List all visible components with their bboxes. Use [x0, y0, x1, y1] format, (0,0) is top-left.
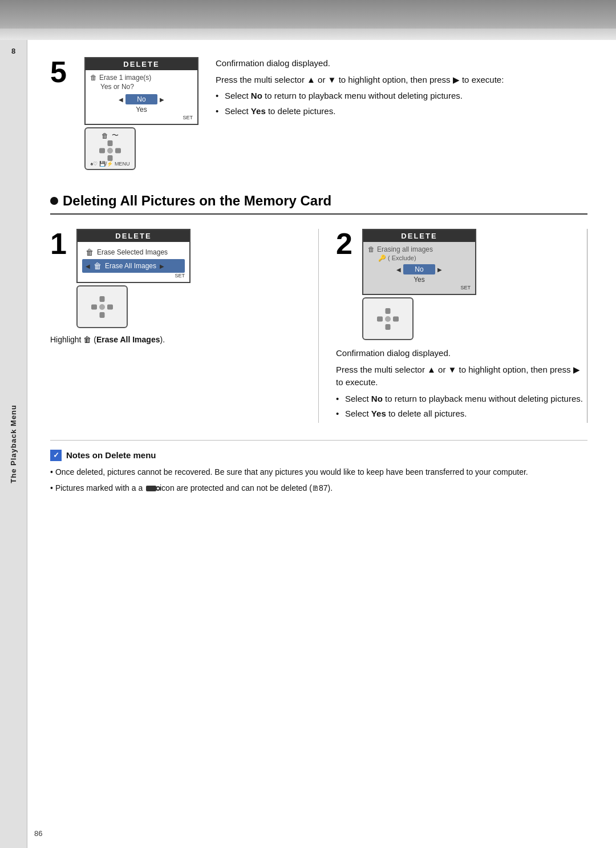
step1-dpad-center — [99, 304, 105, 310]
step1-screen-title: DELETE — [78, 230, 189, 242]
step1-dpad — [91, 296, 113, 318]
main-content: 5 DELETE 🗑 Erase 1 image(s) Yes or No? N… — [27, 40, 616, 520]
page-number: 86 — [34, 829, 42, 838]
step1-item1-text: Erase Selected Images — [97, 248, 168, 256]
step1-row: 1 DELETE 🗑 Erase Selected Images 🗑 — [50, 229, 301, 328]
step1-left-arrow — [86, 263, 90, 269]
step5-text-content: Confirmation dialog displayed. Press the… — [216, 57, 587, 120]
step2-delete-screen: DELETE 🗑 Erasing all images 🔑 ( Exclude) — [362, 229, 476, 295]
notes-ref-icon: 🖹 — [312, 484, 319, 492]
section-heading: Deleting All Pictures on the Memory Card — [50, 193, 587, 215]
notes-title: Notes on Delete menu — [66, 450, 156, 460]
step5-dpad-up — [108, 140, 113, 146]
step2-no-bold: No — [371, 394, 383, 403]
step2-dpad-left — [377, 316, 383, 321]
step5-up-tri: ▲ — [307, 75, 315, 84]
heading-text: Deleting All Pictures on the Memory Card — [63, 193, 331, 209]
step2-right-arrow — [437, 266, 442, 273]
step2-number: 2 — [336, 229, 353, 259]
sidebar: 8 The Playback Menu — [0, 40, 27, 848]
top-bar-gradient — [0, 29, 616, 40]
step5-question: Yes or No? — [100, 83, 193, 91]
step5-trash-icon: 🗑 — [90, 74, 97, 82]
step2-trash-icon: 🗑 — [368, 245, 375, 253]
step5-selector-row: No — [90, 94, 193, 104]
step2-bullet-list: Select No to return to playback menu wit… — [336, 393, 587, 421]
notes-body: Once deleted, pictures cannot be recover… — [50, 466, 587, 495]
step5-no-bold: No — [251, 91, 262, 100]
step1-menu-item1: 🗑 Erase Selected Images — [82, 245, 185, 259]
step1-col: 1 DELETE 🗑 Erase Selected Images 🗑 — [50, 229, 319, 423]
step2-screen-body: 🗑 Erasing all images 🔑 ( Exclude) — [363, 242, 475, 294]
step5-yes-bold: Yes — [251, 106, 266, 116]
step1-camera-widget — [76, 285, 128, 328]
step1-dpad-down — [100, 312, 105, 318]
step5-camera-icons: 🗑 〜 — [102, 131, 119, 140]
step2-dpad-center — [385, 316, 391, 322]
top-bar — [0, 0, 616, 40]
step5-dpad-center — [107, 148, 113, 154]
step5-set-label: SET — [90, 115, 193, 120]
step2-dpad-right — [393, 316, 399, 321]
step1-item2-text: Erase All Images — [105, 262, 156, 270]
step5-bullet1-rest: to return to playback menu without delet… — [265, 91, 463, 100]
step5-wave-icon: 〜 — [112, 131, 119, 140]
step1-trash-icon2: 🗑 — [94, 261, 102, 270]
step2-screen-title: DELETE — [363, 230, 475, 242]
step5-erase-text: Erase 1 image(s) — [99, 74, 151, 82]
step2-dpad — [377, 308, 399, 330]
step5-press-instruction: Press the multi selector ▲ or ▼ to highl… — [216, 74, 587, 87]
step2-bullet-1: Select No to return to playback menu wit… — [336, 393, 587, 406]
bottom-notes-section: ✓ Notes on Delete menu Once deleted, pic… — [50, 440, 587, 495]
notes-key-icon — [146, 486, 156, 491]
step1-caption-bold: Erase All Images — [96, 335, 160, 344]
sidebar-number: 8 — [11, 47, 15, 55]
step5-erase-line: 🗑 Erase 1 image(s) — [90, 74, 193, 82]
step1-menu-item2-active: 🗑 Erase All Images — [82, 259, 185, 273]
step5-no-option: No — [125, 94, 157, 104]
notes-bullet2-text: Pictures marked with a a icon are protec… — [55, 482, 333, 494]
step1-screen-body: 🗑 Erase Selected Images 🗑 Erase All Imag… — [78, 242, 189, 282]
step2-selector-row: No — [368, 264, 471, 274]
step2-key-icon: 🔑 — [378, 255, 386, 261]
step5-yes-option: Yes — [136, 104, 147, 115]
step2-bullet1-rest: to return to playback menu without delet… — [385, 394, 583, 403]
step2-col: 2 DELETE 🗑 Erasing all images — [319, 229, 587, 423]
step5-right-arrow — [160, 96, 164, 103]
step1-right-arrow — [160, 263, 164, 269]
step2-dpad-down — [386, 324, 391, 330]
step5-camera-bottom: ♠♡ 💾/⚡ MENU — [91, 161, 130, 167]
step5-camera-widget: 🗑 〜 ♠♡ 💾/⚡ MENU — [84, 127, 136, 170]
step1-dpad-left — [91, 304, 97, 309]
step5-bullet-1: Select No to return to playback menu wit… — [216, 90, 587, 103]
step2-no-option: No — [403, 264, 435, 274]
step5-dpad-down — [108, 155, 113, 161]
step1-caption: Highlight 🗑 (Erase All Images). — [50, 335, 301, 344]
step1-number: 1 — [50, 229, 67, 259]
step2-yes-row: Yes — [368, 274, 471, 285]
step5-screen-title: DELETE — [86, 58, 197, 70]
step2-left-arrow — [396, 266, 401, 273]
step5-bullet-list: Select No to return to playback menu wit… — [216, 90, 587, 118]
step1-dpad-up — [100, 296, 105, 302]
notes-bullet-1: Once deleted, pictures cannot be recover… — [50, 466, 587, 478]
step1-trash-icon1: 🗑 — [86, 248, 94, 257]
step2-bullet2-rest: to delete all pictures. — [388, 409, 467, 418]
notes-header: ✓ Notes on Delete menu — [50, 450, 587, 461]
step2-row: 2 DELETE 🗑 Erasing all images — [336, 229, 587, 340]
step1-dpad-right — [107, 304, 113, 309]
step2-camera-body — [362, 297, 414, 340]
step5-yes-row: Yes — [90, 104, 193, 115]
step1-set-label: SET — [82, 273, 185, 278]
step5-camera-body: 🗑 〜 ♠♡ 💾/⚡ MENU — [84, 127, 136, 170]
step2-exclude-line: 🔑 ( Exclude) — [378, 255, 471, 262]
step5-down-tri: ▼ — [328, 75, 337, 84]
step2-yes-bold: Yes — [371, 409, 386, 418]
step5-left-arrow — [119, 96, 123, 103]
step2-yes-option: Yes — [414, 274, 425, 285]
step1-camera-body — [76, 285, 128, 328]
step2-set-label: SET — [368, 285, 471, 290]
step1-delete-screen: DELETE 🗑 Erase Selected Images 🗑 Erase A… — [76, 229, 191, 283]
sidebar-label: The Playback Menu — [9, 405, 18, 483]
step5-delete-screen: DELETE 🗑 Erase 1 image(s) Yes or No? No … — [84, 57, 198, 125]
